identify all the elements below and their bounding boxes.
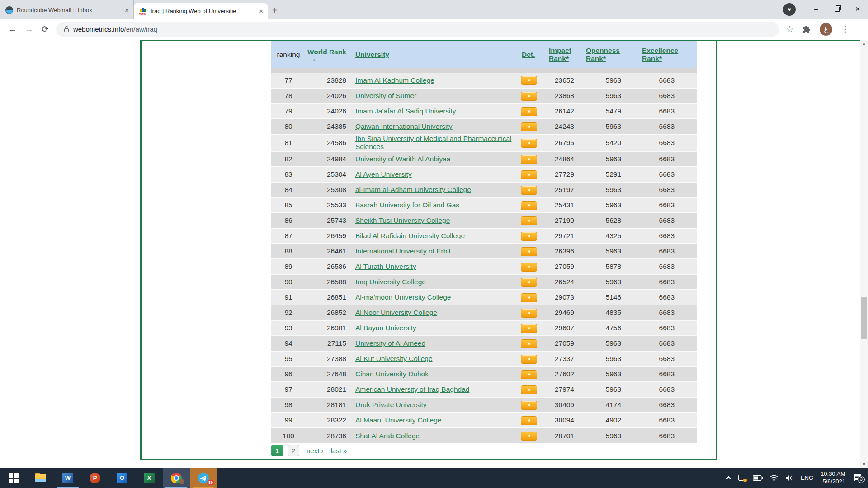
university-link[interactable]: Al Kut University College xyxy=(355,355,433,362)
detail-button[interactable]: » xyxy=(521,339,537,348)
detail-button[interactable]: » xyxy=(521,76,537,85)
university-link[interactable]: International University of Erbil xyxy=(355,247,450,255)
page-button-current[interactable]: 1 xyxy=(271,445,283,456)
university-link[interactable]: al-Imam al-Adham University College xyxy=(355,186,471,193)
detail-button[interactable]: » xyxy=(521,186,537,195)
chrome-button[interactable] xyxy=(163,468,190,488)
restore-button[interactable] xyxy=(826,0,847,19)
header-det[interactable]: Det. xyxy=(519,41,548,68)
bookmark-star-icon[interactable]: ☆ xyxy=(786,24,793,34)
university-link[interactable]: American University of Iraq Baghdad xyxy=(355,385,469,393)
university-link[interactable]: Al Noor University College xyxy=(355,309,437,316)
excel-button[interactable]: X xyxy=(136,468,163,488)
university-link[interactable]: Ibn Sina University of Medical and Pharm… xyxy=(355,135,511,150)
powerpoint-button[interactable]: P xyxy=(81,468,108,488)
university-link[interactable]: Bilad Al Rafidain University College xyxy=(355,232,465,239)
scroll-up-icon[interactable]: ▲ xyxy=(860,40,868,47)
university-link[interactable]: Qaiwan International University xyxy=(355,122,453,130)
start-button[interactable] xyxy=(0,468,27,488)
detail-button[interactable]: » xyxy=(521,263,537,272)
last-page-link[interactable]: last » xyxy=(331,447,347,455)
detail-button[interactable]: » xyxy=(521,139,537,148)
detail-button[interactable]: » xyxy=(521,278,537,287)
battery-icon[interactable] xyxy=(753,475,763,481)
header-university[interactable]: University xyxy=(355,41,519,68)
detail-button[interactable]: » xyxy=(521,107,537,116)
tab-roundcube[interactable]: Roundcube Webmail :: Inbox × xyxy=(0,0,134,19)
university-link[interactable]: Shat Al Arab College xyxy=(355,432,420,440)
detail-button[interactable]: » xyxy=(521,122,537,131)
university-link[interactable]: Al Bayan University xyxy=(355,324,416,332)
detail-button[interactable]: » xyxy=(521,155,537,164)
address-bar[interactable]: webometrics.info/en/aw/iraq xyxy=(56,22,779,37)
university-link[interactable]: Sheikh Tusi University College xyxy=(355,216,450,224)
detail-button[interactable]: » xyxy=(521,370,537,379)
lock-icon[interactable] xyxy=(64,28,69,32)
header-openness-rank[interactable]: Openness Rank* xyxy=(582,41,633,68)
extensions-icon[interactable] xyxy=(802,25,811,33)
outlook-icon: O xyxy=(117,473,127,483)
tray-date: 5/6/2021 xyxy=(821,478,845,486)
university-link[interactable]: Al Ayen University xyxy=(355,170,412,178)
file-explorer-button[interactable] xyxy=(27,468,54,488)
scroll-down-icon[interactable]: ▼ xyxy=(860,460,868,468)
university-link[interactable]: University of Warith Al Anbiyaa xyxy=(355,155,450,163)
taskbar-clock[interactable]: 10:30 AM 5/6/2021 xyxy=(821,470,845,486)
university-link[interactable]: Imam Al Kadhum College xyxy=(355,76,434,84)
outlook-button[interactable]: O xyxy=(108,468,136,488)
word-button[interactable]: W xyxy=(54,468,81,488)
detail-button[interactable]: » xyxy=(521,170,537,179)
detail-button[interactable]: » xyxy=(521,293,537,302)
tray-expand-chevron-icon[interactable] xyxy=(726,476,731,481)
university-link[interactable]: Uruk Private University xyxy=(355,401,427,408)
minimize-button[interactable]: – xyxy=(806,0,826,19)
page-button-2[interactable]: 2 xyxy=(288,445,299,456)
university-link[interactable]: Imam Ja'afar Al Sadiq University xyxy=(355,107,456,115)
header-world-rank[interactable]: World Rank▲ xyxy=(306,41,355,68)
vertical-scrollbar[interactable]: ▲ ▼ xyxy=(860,40,868,468)
scrollbar-thumb[interactable] xyxy=(861,297,867,339)
next-page-link[interactable]: next › xyxy=(307,447,324,455)
detail-button[interactable]: » xyxy=(521,309,537,318)
detail-button[interactable]: » xyxy=(521,324,537,333)
university-link[interactable]: Al Turath University xyxy=(355,263,416,270)
menu-kebab-icon[interactable]: ⋮ xyxy=(841,24,849,34)
university-link[interactable]: Al-ma'moon University College xyxy=(355,293,451,301)
close-window-button[interactable]: × xyxy=(847,0,868,19)
close-tab-icon[interactable]: × xyxy=(125,6,129,14)
detail-button[interactable]: » xyxy=(521,201,537,210)
detail-button[interactable]: » xyxy=(521,385,537,394)
profile-avatar[interactable]: غ xyxy=(820,23,832,36)
ranking-cell: 94 xyxy=(271,336,306,351)
detail-button[interactable]: » xyxy=(521,216,537,225)
language-indicator[interactable]: ENG xyxy=(801,474,813,481)
university-link[interactable]: University of Sumer xyxy=(355,92,416,99)
heart-circle-icon[interactable]: ♥ xyxy=(783,3,796,16)
back-icon[interactable]: ← xyxy=(8,24,17,34)
university-link[interactable]: Iraq University College xyxy=(355,278,426,286)
new-tab-button[interactable]: + xyxy=(272,5,278,16)
university-link[interactable]: Cihan University Duhok xyxy=(355,370,429,378)
university-link[interactable]: Al Maarif University College xyxy=(355,416,441,424)
university-link[interactable]: University of Al Ameed xyxy=(355,339,425,347)
close-tab-icon[interactable]: × xyxy=(259,7,263,15)
action-center-button[interactable]: 3 xyxy=(853,474,862,482)
detail-button[interactable]: » xyxy=(521,355,537,364)
tab-webometrics[interactable]: WEB Iraq | Ranking Web of Universitie × xyxy=(134,3,268,19)
detail-button[interactable]: » xyxy=(521,247,537,256)
tab-title: Iraq | Ranking Web of Universitie xyxy=(151,8,255,14)
detail-button[interactable]: » xyxy=(521,232,537,241)
university-link[interactable]: Basrah University for Oil and Gas xyxy=(355,201,459,209)
wifi-icon[interactable] xyxy=(770,475,778,481)
detail-button[interactable]: » xyxy=(521,432,537,441)
detail-button[interactable]: » xyxy=(521,401,537,410)
tray-app-window-icon[interactable] xyxy=(738,475,745,481)
header-excellence-rank[interactable]: Excellence Rank* xyxy=(633,41,697,68)
detail-button[interactable]: » xyxy=(521,416,537,425)
detail-button[interactable]: » xyxy=(521,92,537,101)
header-impact-rank[interactable]: Impact Rank* xyxy=(548,41,582,68)
reload-icon[interactable]: ⟳ xyxy=(42,24,49,34)
speaker-icon[interactable] xyxy=(785,475,793,481)
telegram-button[interactable]: 89 xyxy=(190,468,217,488)
ranking-cell: 79 xyxy=(271,103,306,119)
